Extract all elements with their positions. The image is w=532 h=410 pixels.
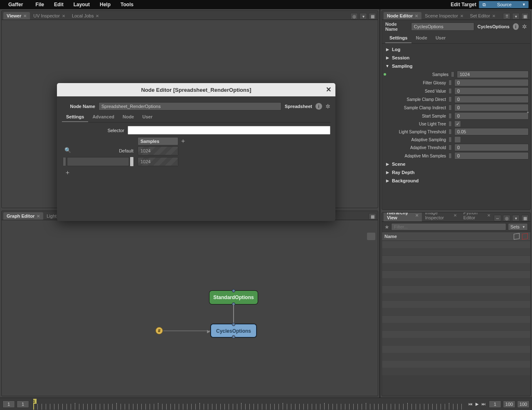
menu-layout[interactable]: Layout	[69, 0, 95, 9]
node-name-input[interactable]	[99, 102, 281, 110]
enable-toggle[interactable]	[451, 71, 454, 77]
close-icon[interactable]: ✕	[487, 213, 490, 218]
comment-icon[interactable]	[367, 233, 375, 240]
clamp-direct-input[interactable]	[454, 96, 529, 103]
enable-toggle[interactable]	[448, 96, 452, 102]
add-row-button[interactable]: ＋	[64, 169, 71, 176]
start-sample-input[interactable]	[454, 112, 529, 120]
menu-edit[interactable]: Edit	[49, 0, 69, 9]
enable-toggle[interactable]	[448, 121, 452, 127]
hierarchy-filter-input[interactable]	[391, 223, 506, 231]
list-item[interactable]	[382, 263, 530, 271]
frame-start-input[interactable]	[2, 400, 15, 408]
visibility-icon[interactable]	[514, 233, 520, 240]
chevron-down-icon[interactable]: ▾	[512, 215, 520, 221]
list-item[interactable]	[382, 278, 530, 286]
samples-input[interactable]	[457, 71, 529, 78]
enable-toggle[interactable]	[448, 105, 452, 110]
enable-toggle[interactable]	[448, 80, 452, 86]
clamp-indirect-input[interactable]	[454, 104, 529, 111]
close-icon[interactable]: ✕	[460, 14, 463, 18]
close-icon[interactable]: ✕	[326, 86, 331, 93]
gear-icon[interactable]: ✲	[325, 103, 330, 110]
window-mode-button[interactable]: ⠿	[503, 13, 510, 20]
group-session[interactable]: ▶Session	[384, 54, 529, 62]
search-icon[interactable]: 🔍	[64, 147, 72, 155]
light-threshold-input[interactable]	[454, 128, 529, 135]
group-sampling[interactable]: ▼Sampling	[384, 62, 529, 70]
menu-file[interactable]: File	[30, 0, 49, 9]
enable-toggle[interactable]	[448, 137, 452, 142]
tab-uv-inspector[interactable]: UV Inspector✕	[30, 12, 69, 20]
list-item[interactable]	[382, 241, 530, 248]
row-name-input[interactable]	[67, 157, 129, 166]
enable-toggle[interactable]	[448, 113, 452, 119]
selector-input[interactable]	[128, 126, 330, 135]
add-column-button[interactable]: ＋	[179, 137, 187, 145]
list-item[interactable]	[382, 368, 530, 376]
info-icon[interactable]: i	[513, 23, 519, 30]
list-item[interactable]	[382, 293, 530, 301]
chevron-down-icon[interactable]: ▾	[512, 13, 520, 20]
list-item[interactable]	[382, 331, 530, 338]
sets-dropdown[interactable]: Sets▼	[508, 223, 528, 231]
group-background[interactable]: ▶Background	[384, 177, 529, 185]
close-icon[interactable]: ✕	[96, 14, 99, 18]
menu-tools[interactable]: Tools	[116, 0, 138, 9]
list-item[interactable]	[382, 308, 530, 316]
list-item[interactable]	[382, 361, 530, 368]
list-item[interactable]	[382, 316, 530, 323]
tab-node-editor[interactable]: Node Editor✕	[384, 12, 421, 20]
graph-canvas[interactable]: StandardOptions CyclesOptions ▶ #	[2, 220, 378, 396]
tab-graph-editor[interactable]: Graph Editor✕	[3, 212, 43, 220]
in-port[interactable]	[232, 289, 235, 292]
hierarchy-rows[interactable]	[382, 241, 530, 396]
tab-python-editor[interactable]: Python Editor✕	[460, 212, 494, 221]
close-icon[interactable]: ✕	[62, 14, 65, 18]
frame-view-end-input[interactable]	[503, 400, 515, 408]
seed-input[interactable]	[454, 87, 529, 95]
node-standardoptions[interactable]: StandardOptions	[209, 291, 258, 304]
close-icon[interactable]: ✕	[453, 213, 457, 218]
list-item[interactable]	[382, 256, 530, 263]
node-context-variables[interactable]: #	[155, 327, 163, 334]
group-scene[interactable]: ▶Scene	[384, 160, 529, 168]
frame-current-input[interactable]	[489, 400, 501, 408]
expand-button[interactable]: ↔	[494, 215, 501, 221]
pin-button[interactable]: ◎	[503, 215, 510, 221]
use-light-tree-check[interactable]: ✓	[454, 120, 461, 127]
subtab-node[interactable]: Node	[411, 33, 431, 43]
node-name-input[interactable]	[411, 22, 474, 31]
tab-viewer[interactable]: Viewer✕	[3, 12, 30, 20]
column-header[interactable]: Samples	[138, 137, 178, 145]
list-item[interactable]	[382, 323, 530, 331]
subtab-settings[interactable]: Settings	[385, 33, 411, 43]
adaptive-min-input[interactable]	[454, 152, 529, 160]
enable-toggle[interactable]	[448, 145, 452, 150]
frame-view-start-input[interactable]	[17, 400, 29, 408]
list-item[interactable]	[382, 248, 530, 256]
playhead[interactable]: 1	[33, 399, 37, 404]
subtab-user[interactable]: User	[431, 33, 450, 43]
tab-scene-inspector[interactable]: Scene Inspector✕	[421, 12, 467, 20]
menu-help[interactable]: Help	[95, 0, 116, 9]
filter-glossy-input[interactable]	[454, 79, 529, 86]
close-icon[interactable]: ✕	[37, 214, 40, 219]
list-item[interactable]	[382, 301, 530, 308]
subtab-node[interactable]: Node	[118, 112, 138, 122]
chevron-down-icon[interactable]: ▾	[360, 13, 367, 20]
play-icon[interactable]: ▶	[474, 401, 480, 408]
layout-button[interactable]: ▦	[521, 215, 529, 221]
list-item[interactable]	[382, 286, 530, 293]
list-item[interactable]	[382, 346, 530, 353]
node-cyclesoptions[interactable]: CyclesOptions	[211, 324, 256, 337]
adaptive-threshold-input[interactable]	[454, 144, 529, 151]
in-port[interactable]	[232, 323, 235, 326]
enable-toggle[interactable]	[448, 129, 452, 135]
tab-hierarchy-view[interactable]: Hierarchy View✕	[384, 212, 422, 221]
row-grip-icon[interactable]	[130, 157, 133, 166]
close-icon[interactable]: ✕	[23, 14, 27, 18]
timeline-ruler[interactable]: 1	[33, 399, 463, 410]
edit-target-select[interactable]: ⧉ Source ▼	[479, 1, 529, 8]
close-icon[interactable]: ✕	[415, 14, 418, 18]
